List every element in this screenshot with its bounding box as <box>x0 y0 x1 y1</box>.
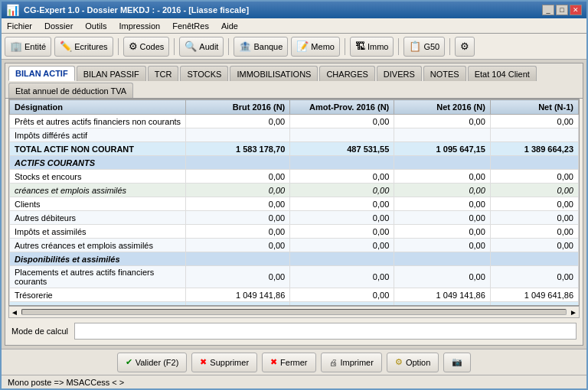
cell-net <box>394 156 491 170</box>
cell-designation: Autres débiteurs <box>10 211 186 225</box>
cell-net: 0,00 <box>394 184 491 197</box>
tab-divers[interactable]: DIVERS <box>377 66 422 81</box>
mode-calcul-label: Mode de calcul <box>11 327 68 336</box>
audit-icon: 🔍 <box>185 41 197 52</box>
cell-amot <box>290 156 394 170</box>
tab-immobilisations[interactable]: IMMOBILISATIONS <box>230 66 318 81</box>
cell-amot: 0,00 <box>290 184 394 197</box>
inner-frame: BILAN ACTIF BILAN PASSIF TCR STOCKS IMMO… <box>5 63 583 346</box>
cell-net: 0,00 <box>394 115 491 128</box>
tab-bilan-passif[interactable]: BILAN PASSIF <box>77 66 146 81</box>
table-row[interactable]: Prêts et autres actifs financiers non co… <box>10 115 579 128</box>
cell-amot: 0,00 <box>290 266 394 288</box>
print-icon: 🖨 <box>329 358 338 367</box>
toolbar-audit[interactable]: 🔍 Audit <box>179 37 224 57</box>
table-row[interactable]: créances et emplois assimilés 0,00 0,00 … <box>10 184 579 197</box>
cell-amot: 0,00 <box>290 211 394 225</box>
toolbar-g50[interactable]: 📋 G50 <box>403 37 445 57</box>
cell-net: 0,00 <box>394 239 491 252</box>
option-icon: ⚙ <box>395 357 403 367</box>
cell-net1: 0,00 <box>490 170 578 184</box>
menu-fenetres[interactable]: FenêtRes <box>170 21 211 31</box>
tab-tcr[interactable]: TCR <box>148 66 179 81</box>
tab-charges[interactable]: CHARGES <box>319 66 374 81</box>
fermer-button[interactable]: ✖ Fermer <box>262 353 315 372</box>
scroll-right-icon[interactable]: ► <box>570 308 577 317</box>
extra-bottom-button[interactable]: 📷 <box>443 353 471 372</box>
cell-net1: 0,00 <box>490 184 578 197</box>
menu-dossier[interactable]: Dossier <box>42 21 75 31</box>
tab-stocks[interactable]: STOCKS <box>180 66 228 81</box>
table-row[interactable]: ACTIFS COURANTS <box>10 156 579 170</box>
toolbar-sep6 <box>449 38 450 55</box>
table-row[interactable]: Autres créances et emplois assimilés 0,0… <box>10 239 579 252</box>
tab-bilan-actif[interactable]: BILAN ACTIF <box>8 66 75 81</box>
imprimer-button[interactable]: 🖨 Imprimer <box>321 353 382 372</box>
cell-designation: Prêts et autres actifs financiers non co… <box>10 115 186 128</box>
codes-icon: ⚙ <box>129 41 138 52</box>
banque-icon: 🏦 <box>239 41 251 52</box>
table-row[interactable]: Impôts différés actif <box>10 128 579 142</box>
toolbar-entite[interactable]: 🏢 Entité <box>5 37 51 57</box>
scroll-track[interactable] <box>21 309 567 315</box>
maximize-button[interactable]: □ <box>556 5 568 15</box>
toolbar-banque[interactable]: 🏦 Banque <box>234 37 288 57</box>
cell-net: 1 095 647,15 <box>394 142 491 156</box>
option-button[interactable]: ⚙ Option <box>387 353 439 372</box>
cell-amot: 0,00 <box>290 225 394 239</box>
cell-brut: 0,00 <box>186 225 290 239</box>
table-row[interactable]: Placements et autres actifs financiers c… <box>10 266 579 288</box>
cell-brut: 0,00 <box>186 266 290 288</box>
cell-brut: 0,00 <box>186 184 290 197</box>
table-scroll[interactable]: Désignation Brut 2016 (N) Amot-Prov. 201… <box>8 99 580 306</box>
cell-designation: Disponibilités et assimilés <box>10 252 186 266</box>
minimize-button[interactable]: _ <box>542 5 554 15</box>
table-row[interactable]: Autres débiteurs 0,00 0,00 0,00 0,00 <box>10 211 579 225</box>
cell-net1: 0,00 <box>490 225 578 239</box>
valider-button[interactable]: ✔ Valider (F2) <box>117 353 188 372</box>
toolbar-memo[interactable]: 📝 Memo <box>291 37 340 57</box>
toolbar-sep1 <box>118 38 119 55</box>
toolbar-immo[interactable]: 🏗 Immo <box>350 37 394 57</box>
status-bar: Mono poste => MSACCess < > <box>2 375 586 388</box>
cell-net: 0,00 <box>394 225 491 239</box>
g50-icon: 📋 <box>409 41 421 52</box>
toolbar-extra[interactable]: ⚙ <box>455 37 475 57</box>
cell-amot <box>290 128 394 142</box>
table-row[interactable]: Stocks et encours 0,00 0,00 0,00 0,00 <box>10 170 579 184</box>
toolbar-sep4 <box>345 38 345 55</box>
toolbar-ecritures[interactable]: ✏️ Ecritures <box>54 37 113 57</box>
toolbar: 🏢 Entité ✏️ Ecritures ⚙ Codes 🔍 Audit 🏦 … <box>2 34 586 60</box>
cell-net1 <box>490 128 578 142</box>
menu-fichier[interactable]: Fichier <box>5 21 34 31</box>
menu-impression[interactable]: Impression <box>116 21 162 31</box>
menu-outils[interactable]: Outils <box>83 21 109 31</box>
scroll-left-icon[interactable]: ◄ <box>11 308 18 317</box>
cell-net <box>394 128 491 142</box>
cell-brut <box>186 156 290 170</box>
menu-bar: Fichier Dossier Outils Impression FenêtR… <box>2 18 586 34</box>
supprimer-button[interactable]: ✖ Supprimer <box>191 353 257 372</box>
cell-designation: Clients <box>10 197 186 211</box>
toolbar-codes[interactable]: ⚙ Codes <box>123 37 170 57</box>
tab-etat104[interactable]: Etat 104 Client <box>468 66 537 81</box>
table-row[interactable]: Clients 0,00 0,00 0,00 0,00 <box>10 197 579 211</box>
table-row[interactable]: Disponibilités et assimilés <box>10 252 579 266</box>
status-text: Mono poste => MSACCess < > <box>8 378 124 387</box>
menu-aide[interactable]: Aide <box>219 21 240 31</box>
mode-calcul-input[interactable] <box>74 323 577 340</box>
h-scrollbar[interactable]: ◄ ► <box>8 306 580 318</box>
tab-notes[interactable]: NOTES <box>423 66 466 81</box>
table-row[interactable]: Trésorerie 1 049 141,86 0,00 1 049 141,8… <box>10 288 579 302</box>
cell-amot <box>290 252 394 266</box>
close-button[interactable]: ✕ <box>570 5 582 15</box>
cell-brut: 0,00 <box>186 239 290 252</box>
tab-etat-tva[interactable]: Etat annuel de déduction TVA <box>8 83 133 98</box>
table-row[interactable]: TOTAL ACTIF NON COURANT 1 583 178,70 487… <box>10 142 579 156</box>
cell-designation: Impôts et assimilés <box>10 225 186 239</box>
table-row[interactable]: Impôts et assimilés 0,00 0,00 0,00 0,00 <box>10 225 579 239</box>
cell-net1: 1 049 641,86 <box>490 288 578 302</box>
check-icon: ✔ <box>126 357 132 367</box>
cell-net1: 0,00 <box>490 211 578 225</box>
cell-net: 0,00 <box>394 170 491 184</box>
